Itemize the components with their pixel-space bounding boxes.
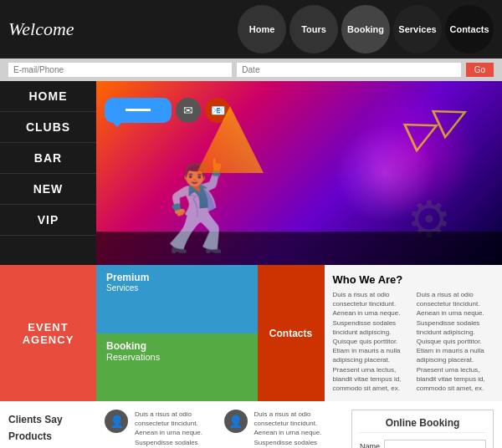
- speech-bubble-main: [105, 98, 172, 123]
- testimonial-text-4: Duis a risus at odio consectetur tincidu…: [254, 410, 336, 448]
- link-clients-say[interactable]: Clients Say: [8, 414, 88, 425]
- bottom-content: Clients Say Products Blog Company Video …: [0, 401, 502, 448]
- testimonials-col-2: 👤 Duis a risus at odio consectetur tinci…: [224, 410, 336, 448]
- sidebar-item-clubs[interactable]: CLUBS: [0, 112, 96, 143]
- top-navigation: Home Tours Booking Services Contacts: [238, 5, 494, 53]
- name-input[interactable]: [384, 440, 486, 448]
- testimonial-1: 👤 Duis a risus at odio consectetur tinci…: [105, 410, 216, 448]
- premium-services-block[interactable]: Premium Services: [96, 265, 258, 333]
- sidebar-item-home[interactable]: HOME: [0, 81, 96, 112]
- nav-services[interactable]: Services: [393, 5, 442, 53]
- sidebar-item-new[interactable]: NEW: [0, 174, 96, 205]
- online-booking-title: Online Booking: [359, 417, 486, 433]
- search-bar: Go: [0, 59, 502, 81]
- booking-column: Online Booking Name E-mail/Phone Date Me…: [343, 401, 502, 448]
- event-agency-block: EVENTAGENCY: [0, 265, 96, 401]
- email-phone-input[interactable]: [8, 63, 232, 77]
- content-section: EVENTAGENCY Premium Services Booking Res…: [0, 265, 502, 401]
- reservations-label: Reservations: [106, 352, 248, 362]
- premium-label: Premium: [106, 272, 248, 283]
- envelope-icon: ✉: [176, 98, 201, 123]
- who-we-are: Who We Are? Duis a risus at odio consect…: [325, 265, 503, 401]
- sidebar-item-bar[interactable]: BAR: [0, 143, 96, 174]
- nav-tours[interactable]: Tours: [289, 5, 338, 53]
- sidebar: HOME CLUBS BAR NEW VIP: [0, 81, 96, 265]
- sidebar-item-vip[interactable]: VIP: [0, 205, 96, 236]
- hero-banner: ✉ 📧 ⚙ ▷▷ 🕺: [96, 81, 502, 265]
- booking-label: Booking: [106, 340, 248, 352]
- date-input[interactable]: [237, 63, 460, 77]
- person-icon-1: 👤: [105, 410, 128, 433]
- nav-home[interactable]: Home: [238, 5, 286, 53]
- name-label: Name: [359, 442, 380, 448]
- testimonials-col-1: 👤 Duis a risus at odio consectetur tinci…: [105, 410, 216, 448]
- booking-reservations-block[interactable]: Booking Reservations: [96, 333, 258, 402]
- services-label: Services: [106, 283, 248, 293]
- nav-contacts[interactable]: Contacts: [445, 5, 494, 53]
- event-agency-label: EVENTAGENCY: [23, 321, 74, 346]
- testimonial-text-1: Duis a risus at odio consectetur tincidu…: [135, 410, 216, 448]
- link-products[interactable]: Products: [8, 430, 88, 442]
- speech-bubbles: ✉ 📧: [105, 98, 230, 123]
- left-links: Clients Say Products Blog Company Video …: [0, 401, 96, 448]
- logo: Welcome: [8, 18, 74, 40]
- testimonial-4: 👤 Duis a risus at odio consectetur tinci…: [224, 410, 336, 448]
- nav-booking[interactable]: Booking: [341, 5, 390, 53]
- contacts-block[interactable]: Contacts: [258, 265, 325, 401]
- who-we-are-text1: Duis a risus at odio consectetur tincidu…: [333, 290, 410, 393]
- content-top: EVENTAGENCY Premium Services Booking Res…: [0, 265, 502, 401]
- premium-booking-col: Premium Services Booking Reservations: [96, 265, 258, 401]
- person-icon-3: 👤: [224, 410, 248, 433]
- person-silhouette: 🕺: [146, 165, 251, 248]
- testimonials-section: 👤 Duis a risus at odio consectetur tinci…: [96, 401, 343, 448]
- who-we-are-title: Who We Are?: [333, 273, 494, 286]
- main-area: HOME CLUBS BAR NEW VIP ✉ 📧 ⚙ ▷▷ 🕺: [0, 81, 502, 265]
- who-we-are-text2: Duis a risus at odio consectetur tincidu…: [417, 290, 494, 393]
- booking-name-field: Name: [359, 440, 486, 448]
- search-button[interactable]: Go: [466, 63, 494, 77]
- online-booking-form: Online Booking Name E-mail/Phone Date Me…: [351, 410, 494, 448]
- header: Welcome Home Tours Booking Services Cont…: [0, 0, 502, 59]
